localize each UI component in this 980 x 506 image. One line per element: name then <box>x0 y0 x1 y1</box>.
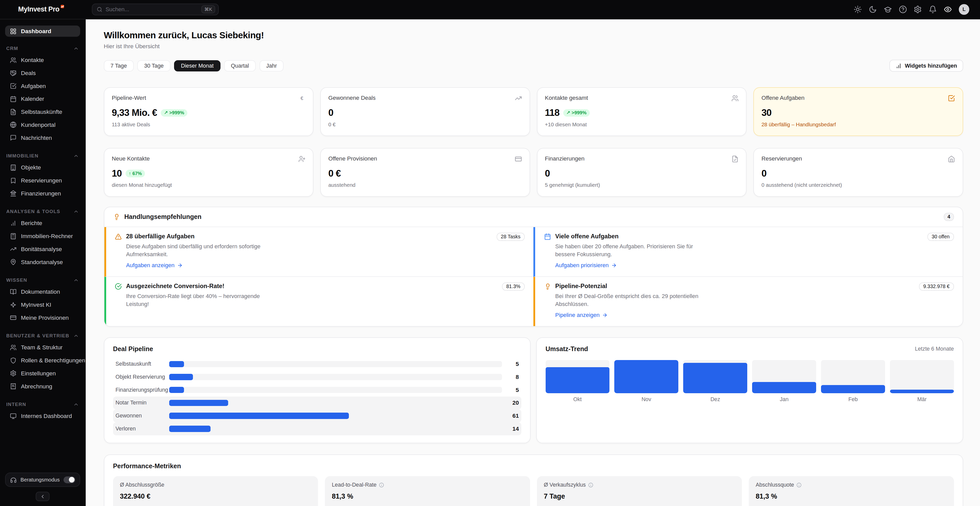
sidebar-item-myinvest-ki[interactable]: MyInvest KI <box>5 298 80 311</box>
sidebar-item-label: Dokumentation <box>21 288 60 295</box>
sidebar-collapse-button[interactable] <box>36 492 49 501</box>
sidebar-item-standortanalyse[interactable]: Standortanalyse <box>5 256 80 269</box>
sidebar-item-objekte[interactable]: Objekte <box>5 161 80 174</box>
sidebar-item-immobilien-rechner[interactable]: Immobilien-Rechner <box>5 230 80 243</box>
stat-subtext: 0 ausstehend (nicht unterzeichnet) <box>762 182 955 188</box>
search-input[interactable] <box>105 6 198 13</box>
stat-value: 0 <box>762 168 767 179</box>
bell-icon[interactable] <box>929 5 937 14</box>
metric-label: Lead-to-Deal-Rate <box>332 482 376 488</box>
sidebar-item-label: Immobilien-Rechner <box>21 233 73 240</box>
sidebar-item-rollen-und-berechtigungen[interactable]: Rollen & Berechtigungen <box>5 354 80 367</box>
check-square-icon <box>948 95 955 102</box>
moon-icon[interactable] <box>869 5 877 14</box>
month-label-jan: Jan <box>752 396 816 403</box>
sidebar-section-header-intern[interactable]: INTERN <box>6 402 79 407</box>
month-label-feb: Feb <box>821 396 885 403</box>
gear-icon[interactable] <box>914 5 922 14</box>
lightbulb-icon <box>113 213 120 220</box>
stat-title: Pipeline-Wert <box>112 95 146 101</box>
stat-value: 118 <box>545 107 559 118</box>
recommendation-link-pipeline-anzeigen[interactable]: Pipeline anzeigen <box>555 312 608 318</box>
pipeline-value: 8 <box>502 374 519 380</box>
file-check-icon <box>732 155 738 162</box>
recommendation-link-aufgaben-priorisieren[interactable]: Aufgaben priorisieren <box>555 262 617 269</box>
calendar-icon <box>544 233 551 240</box>
metric-value: 81,3 % <box>332 492 523 500</box>
sidebar-section-header-wissen[interactable]: WISSEN <box>6 277 79 283</box>
revenue-bar-fill <box>890 390 954 393</box>
sidebar-item-meine-provisionen[interactable]: Meine Provisionen <box>5 311 80 324</box>
sidebar-item-internes-dashboard[interactable]: Internes Dashboard <box>5 409 80 423</box>
trending-up-icon <box>10 246 17 252</box>
sidebar-section-header-analysen-und-tools[interactable]: ANALYSEN & TOOLS <box>6 209 79 214</box>
pipeline-stage-label: Verloren <box>116 426 169 432</box>
bar-chart-icon <box>10 220 17 227</box>
global-search[interactable]: ⌘K <box>92 3 219 16</box>
sidebar-section-title: ANALYSEN & TOOLS <box>6 209 60 214</box>
revenue-trend-title: Umsatz-Trend <box>546 345 588 353</box>
performance-panel: Performance-Metriken Ø Abschlussgröße322… <box>104 455 963 506</box>
chevron-left-icon <box>40 494 45 500</box>
help-circle-icon[interactable] <box>899 5 907 14</box>
sidebar-item-berichte[interactable]: Berichte <box>5 217 80 230</box>
sidebar-item-kontakte[interactable]: Kontakte <box>5 54 80 67</box>
stat-subtext: diesen Monat hinzugefügt <box>112 182 305 188</box>
tab-30-tage[interactable]: 30 Tage <box>137 60 170 72</box>
consulting-mode-toggle[interactable] <box>64 476 75 483</box>
sidebar-item-label: MyInvest KI <box>21 301 51 308</box>
sidebar-item-kalender[interactable]: Kalender <box>5 92 80 106</box>
sidebar-section-header-immobilien[interactable]: IMMOBILIEN <box>6 153 79 159</box>
pipeline-value: 20 <box>502 399 519 406</box>
recommendation-link-aufgaben-anzeigen[interactable]: Aufgaben anzeigen <box>126 262 183 269</box>
sidebar-item-deals[interactable]: Deals <box>5 67 80 80</box>
revenue-bar-fill <box>546 367 609 393</box>
logo-mark-icon <box>61 5 64 8</box>
user-avatar[interactable]: L <box>959 4 969 15</box>
eye-icon[interactable] <box>944 5 952 14</box>
lightbulb-icon <box>544 283 551 290</box>
sidebar-item-label: Objekte <box>21 164 41 171</box>
tab-dieser-monat[interactable]: Dieser Monat <box>174 60 220 72</box>
sidebar-item-dashboard[interactable]: Dashboard <box>5 25 80 37</box>
sidebar-item-label: Kalender <box>21 95 44 102</box>
tab-jahr[interactable]: Jahr <box>259 60 284 72</box>
sidebar-section-header-crm[interactable]: CRM <box>6 46 79 51</box>
revenue-bar-feb <box>821 360 885 393</box>
sidebar-item-nachrichten[interactable]: Nachrichten <box>5 131 80 145</box>
trend-badge: ↗ >999% <box>563 109 590 117</box>
stat-card-neue-kontakte: Neue Kontakte10↑ 67%diesen Monat hinzuge… <box>104 148 313 197</box>
tab-7-tage[interactable]: 7 Tage <box>104 60 134 72</box>
sidebar-section-header-benutzer-und-vertrieb[interactable]: BENUTZER & VERTRIEB <box>6 333 79 339</box>
add-widgets-button[interactable]: Widgets hinzufügen <box>889 60 963 72</box>
sidebar-item-selbstauskuenfte[interactable]: Selbstauskünfte <box>5 105 80 118</box>
tab-quartal[interactable]: Quartal <box>224 60 256 72</box>
stat-title: Offene Aufgaben <box>762 95 805 101</box>
graduation-cap-icon[interactable] <box>884 5 892 14</box>
sidebar-item-dokumentation[interactable]: Dokumentation <box>5 285 80 298</box>
pipeline-stage-label: Finanzierungsprüfung <box>116 387 169 393</box>
stat-title: Offene Provisionen <box>328 155 377 162</box>
app-logo[interactable]: MyInvest Pro <box>18 5 64 13</box>
chevron-up-icon <box>73 46 79 51</box>
recommendation-title: Ausgezeichnete Conversion-Rate! <box>126 282 224 290</box>
sidebar-item-einstellungen[interactable]: Einstellungen <box>5 367 80 380</box>
sidebar-item-reservierungen[interactable]: Reservierungen <box>5 174 80 187</box>
info-icon <box>379 482 384 488</box>
sun-icon[interactable] <box>854 5 862 14</box>
stat-card-finanzierungen: Finanzierungen05 genehmigt (kumuliert) <box>537 148 747 197</box>
revenue-bar-fill <box>614 360 678 393</box>
alert-triangle-icon <box>115 233 122 240</box>
sidebar-item-kundenportal[interactable]: Kundenportal <box>5 118 80 131</box>
grid-icon <box>10 28 17 35</box>
sidebar-item-finanzierungen[interactable]: Finanzierungen <box>5 187 80 200</box>
performance-title: Performance-Metriken <box>113 462 954 470</box>
sidebar: DashboardCRMKontakteDealsAufgabenKalende… <box>0 19 86 506</box>
sidebar-item-abrechnung[interactable]: Abrechnung <box>5 380 80 393</box>
pipeline-value: 5 <box>502 361 519 368</box>
sidebar-item-team-und-struktur[interactable]: Team & Struktur <box>5 341 80 354</box>
stat-title: Gewonnene Deals <box>328 95 375 101</box>
recommendation-viele-offene-aufgaben: Viele offene Aufgaben30 offenSie haben ü… <box>533 227 963 277</box>
sidebar-item-aufgaben[interactable]: Aufgaben <box>5 80 80 92</box>
sidebar-item-bonitaetsanalyse[interactable]: Bonitätsanalyse <box>5 243 80 256</box>
